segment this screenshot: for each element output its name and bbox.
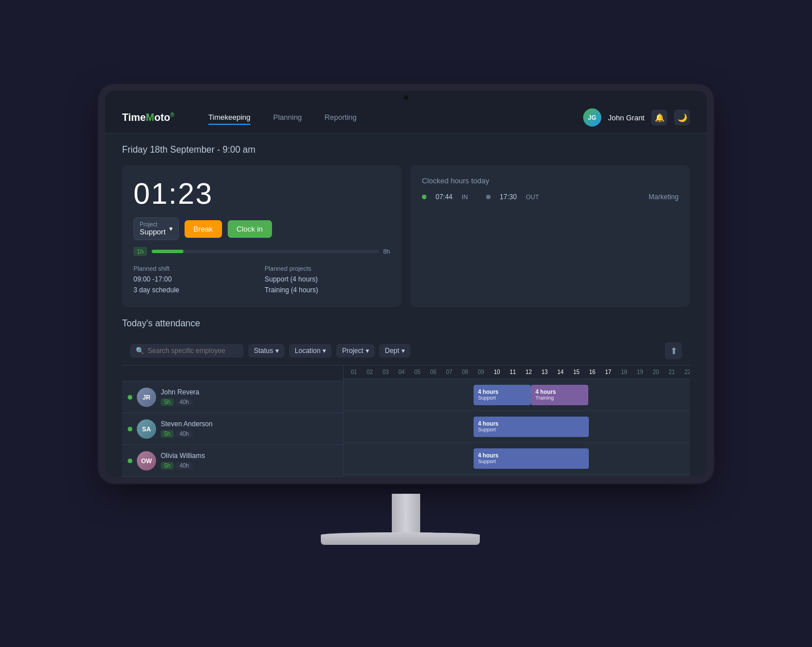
nav-planning[interactable]: Planning [273,111,302,125]
hours-header: 01 02 03 04 05 06 07 08 09 10 11 [344,365,690,379]
search-icon: 🔍 [136,347,144,355]
hour-15: 15 [568,365,584,379]
hour-18: 18 [616,365,632,379]
moon-icon[interactable]: 🌙 [674,110,690,125]
timeline-row-john-revera: 4 hours Support 4 hours Training [344,379,690,411]
chevron-down-icon: ▾ [401,347,405,355]
employee-row-john-revera: JR John Revera 5h 40h [122,381,343,413]
avatar-steven-anderson: SA [137,419,156,439]
planned-projects-label: Planned projects [265,265,390,272]
emp-name: Olivia Williams [161,452,337,460]
filter-status[interactable]: Status ▾ [248,344,284,358]
navbar: TimeMoto® Timekeeping Planning Reporting… [105,102,707,133]
hour-17: 17 [600,365,616,379]
clock-out-dot [486,195,491,199]
progress-fill [152,250,183,253]
timeline-row-olivia-williams: 4 hours Support [344,443,690,474]
hour-07: 07 [441,365,457,379]
progress-end-label: 8h [383,248,390,255]
hour-20: 20 [648,365,664,379]
hour-19: 19 [632,365,648,379]
badge-total: 40h [176,430,192,438]
location-label: Location [295,347,320,355]
emp-info-olivia-williams: Olivia Williams 5h 40h [161,452,337,469]
progress-start-label: 1h [133,247,147,256]
clockin-button[interactable]: Clock in [228,220,272,238]
planned-projects-2: Training (4 hours) [265,285,390,296]
export-button[interactable]: ⬆ [665,342,682,359]
hour-03: 03 [378,365,394,379]
timer-panel: 01:23 Project Support ▾ Break Clock in [122,165,401,307]
attendance-toolbar: 🔍 Status ▾ Location ▾ Project [122,337,690,365]
bar-support-john: 4 hours Support [474,385,531,405]
progress-track [152,250,379,253]
employee-row-steven-anderson: SA Steven Anderson 5h 40h [122,413,343,445]
camera-dot [404,95,408,100]
badge-total: 40h [176,398,192,406]
hour-02: 02 [362,365,378,379]
timeline-row-steven-anderson: 4 hours Support [344,411,690,443]
username: John Grant [608,114,644,122]
employee-row-olivia-williams: OW Olivia Williams 5h 40h [122,445,343,477]
filter-location[interactable]: Location ▾ [289,344,332,358]
timeline-row-emma-robbins: 8 hours Sickness 🔔 [344,474,690,477]
search-box[interactable]: 🔍 [130,344,244,358]
date-header: Friday 18th September - 9:00 am [122,145,690,155]
bell-icon[interactable]: 🔔 [651,110,667,125]
status-label: Status [254,347,273,355]
emp-name: Steven Anderson [161,420,337,428]
filter-dept[interactable]: Dept ▾ [379,344,411,358]
search-input[interactable] [148,347,238,355]
timer-display: 01:23 [133,177,390,211]
status-dot-active [128,427,132,431]
attendance-title: Today's attendance [122,318,690,329]
nav-right: JG John Grant 🔔 🌙 [583,108,690,127]
break-button[interactable]: Break [185,220,222,238]
avatar-olivia-williams: OW [137,451,156,470]
emp-info-john-revera: John Revera 5h 40h [161,388,337,406]
hour-13: 13 [537,365,553,379]
hour-09: 09 [473,365,489,379]
hour-12: 12 [521,365,537,379]
hour-21: 21 [664,365,680,379]
badge-hours: 5h [161,462,174,469]
clock-in-dot [422,195,426,199]
nav-timekeeping[interactable]: Timekeeping [208,111,250,125]
hour-14: 14 [553,365,568,379]
clock-project: Marketing [648,193,679,201]
progress-bar-wrap: 1h 8h [133,247,390,256]
hour-16: 16 [584,365,600,379]
planned-projects-1: Support (4 hours) [265,274,390,285]
chevron-down-icon: ▾ [275,347,279,355]
hour-05: 05 [409,365,425,379]
filter-project[interactable]: Project ▾ [336,344,374,358]
timeline-container: JR John Revera 5h 40h [122,365,690,477]
dept-label: Dept [385,347,399,355]
clock-in-label: IN [462,194,468,200]
bar-support-steven: 4 hours Support [474,417,589,437]
status-dot-active [128,395,132,400]
chevron-down-icon: ▾ [323,347,326,355]
timer-controls: Project Support ▾ Break Clock in [133,217,390,240]
nav-reporting[interactable]: Reporting [325,111,357,125]
project-label: Project [140,221,166,228]
avatar-john-revera: JR [137,388,156,407]
planned-shift-time: 09:00 -17:00 [133,274,259,285]
emp-info-steven-anderson: Steven Anderson 5h 40h [161,420,337,438]
employee-list: JR John Revera 5h 40h [122,365,344,477]
clock-entry: 07:44 IN 17:30 OUT Marketing [422,193,679,201]
attendance-panel: 🔍 Status ▾ Location ▾ Project [122,337,690,477]
hour-04: 04 [394,365,409,379]
planned-shift-sub: 3 day schedule [133,285,259,296]
bar-support-olivia: 4 hours Support [474,448,589,469]
project-value: Support [140,228,166,236]
hour-10: 10 [489,365,505,379]
hour-22: 22 [680,365,690,379]
planned-info: Planned shift 09:00 -17:00 3 day schedul… [133,265,390,296]
nav-links: Timekeeping Planning Reporting [208,111,583,125]
chevron-down-icon: ▾ [169,225,173,233]
chevron-down-icon: ▾ [366,347,369,355]
project-select[interactable]: Project Support ▾ [133,217,179,240]
logo: TimeMoto® [122,112,174,124]
hour-08: 08 [457,365,473,379]
